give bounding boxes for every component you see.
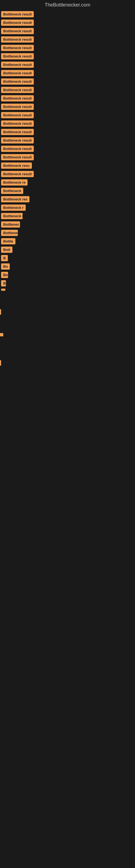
bottleneck-badge: Bottleneck result xyxy=(1,146,34,152)
bottleneck-badge: B xyxy=(1,280,6,286)
bottleneck-badge: Bottleneck xyxy=(1,188,23,194)
bottleneck-badge: Bottle xyxy=(1,272,8,278)
bottleneck-badge: B xyxy=(1,255,8,261)
list-item: Bottleneck result xyxy=(1,70,134,76)
bottleneck-badge: Bottleneck resu xyxy=(1,213,23,219)
small-bar-2 xyxy=(0,360,1,366)
list-item: Bottleneck result xyxy=(1,137,134,144)
bottleneck-badge: Bottleneck result xyxy=(1,28,34,34)
list-item: Bottleneck re xyxy=(1,179,134,186)
list-item: Bottleneck result xyxy=(1,79,134,85)
list-item: Bottleneck result xyxy=(1,28,134,34)
bottleneck-badge: Bottleneck result xyxy=(1,79,34,85)
bottleneck-badge: Bott xyxy=(1,247,12,253)
bottleneck-badge: Bottleneck re xyxy=(1,179,28,186)
bottleneck-badge: Bottleneck result xyxy=(1,45,34,51)
list-item: Bottleneck resu xyxy=(1,213,134,219)
bottleneck-badge: Bottleneck r xyxy=(1,205,26,211)
list-item: Bottleneck result xyxy=(1,20,134,26)
list-item: Bottleneck result xyxy=(1,171,134,177)
bottleneck-badge: Bottleneck result xyxy=(1,154,34,160)
list-item: Bott xyxy=(1,247,134,253)
bottleneck-badge: Bo xyxy=(1,264,10,270)
bottleneck-badge: Bottleneck re xyxy=(1,230,18,236)
list-item: Bottleneck resu xyxy=(1,162,134,169)
list-item: Bottle xyxy=(1,238,134,244)
bottleneck-badge: Bottleneck result xyxy=(1,112,34,118)
list-item: Bottleneck result xyxy=(1,129,134,135)
list-item: Bottleneck result xyxy=(1,11,134,18)
list-item: Bottleneck result xyxy=(1,95,134,101)
bottleneck-badge: Bottleneck result xyxy=(1,137,34,144)
list-item: Bottleneck result xyxy=(1,146,134,152)
bottleneck-list: Bottleneck resultBottleneck resultBottle… xyxy=(0,11,135,291)
list-item: Bottleneck re xyxy=(1,230,134,236)
list-item: Bo xyxy=(1,264,134,270)
bottleneck-badge: Bottleneck resu xyxy=(1,162,32,169)
bottleneck-badge: Bottleneck result xyxy=(1,95,34,101)
bottleneck-badge: Bottleneck result xyxy=(1,62,34,68)
bottleneck-badge: Bottleneck result xyxy=(1,20,34,26)
list-item: Bottle xyxy=(1,272,134,278)
list-item: Bottleneck result xyxy=(1,87,134,93)
bottleneck-badge: Bottleneck result xyxy=(1,36,34,42)
list-item: Bottleneck r xyxy=(1,205,134,211)
site-title: TheBottlenecker.com xyxy=(0,0,135,11)
list-item: Bottleneck result xyxy=(1,154,134,160)
list-item: Bottlenec xyxy=(1,221,134,227)
bottleneck-badge: Bottleneck result xyxy=(1,120,34,127)
bottleneck-badge: Bottle xyxy=(1,238,15,244)
bottleneck-badge: Bottleneck result xyxy=(1,11,34,18)
bottleneck-badge: Bottleneck result xyxy=(1,70,34,76)
list-item: Bottleneck result xyxy=(1,36,134,42)
list-item: Bottleneck xyxy=(1,188,134,194)
list-item xyxy=(1,289,134,291)
bottleneck-badge: Bottleneck result xyxy=(1,129,34,135)
bottleneck-badge: Bottleneck result xyxy=(1,87,34,93)
list-item: Bottleneck res xyxy=(1,196,134,203)
small-bar-1 xyxy=(0,309,1,315)
bottleneck-badge xyxy=(1,289,5,291)
bottleneck-badge: Bottleneck result xyxy=(1,171,34,177)
list-item: Bottleneck result xyxy=(1,62,134,68)
list-item: B xyxy=(1,280,134,286)
bottleneck-badge: Bottleneck result xyxy=(1,53,34,59)
bottleneck-badge: Bottlenec xyxy=(1,221,20,227)
bottleneck-badge: Bottleneck result xyxy=(1,104,34,110)
list-item: Bottleneck result xyxy=(1,112,134,118)
list-item: Bottleneck result xyxy=(1,45,134,51)
tiny-square-chart xyxy=(0,333,3,336)
list-item: Bottleneck result xyxy=(1,53,134,59)
list-item: B xyxy=(1,255,134,261)
list-item: Bottleneck result xyxy=(1,104,134,110)
bottleneck-badge: Bottleneck res xyxy=(1,196,30,203)
list-item: Bottleneck result xyxy=(1,120,134,127)
